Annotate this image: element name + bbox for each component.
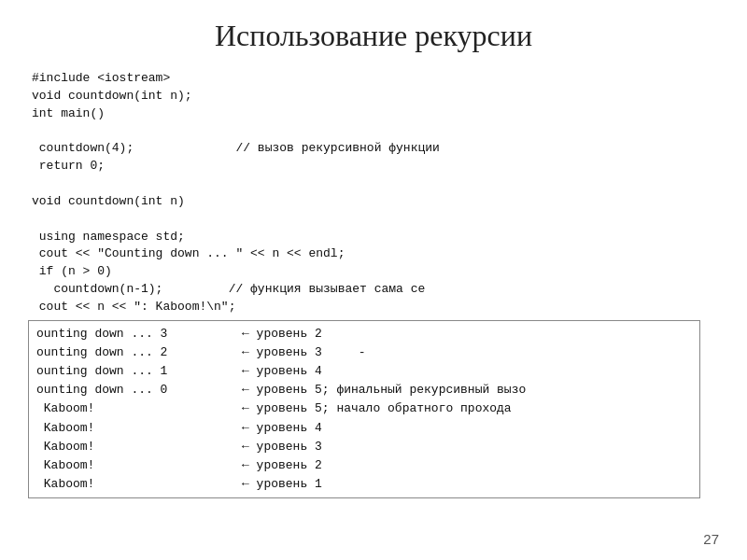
- output-row-8: Kaboom! ← уровень 1: [29, 475, 699, 494]
- output-row-5: Kaboom! ← уровень 4: [29, 419, 699, 438]
- output-col1-4: Kaboom!: [36, 399, 242, 418]
- output-table: ounting down ... 3 ← уровень 2 ounting d…: [28, 320, 700, 498]
- output-row-3: ounting down ... 0 ← уровень 5; финальны…: [29, 381, 699, 399]
- output-col2-6: ← уровень 3: [242, 438, 322, 456]
- output-col2-2: ← уровень 4: [242, 362, 322, 381]
- output-col1-7: Kaboom!: [36, 456, 242, 475]
- code-line-4: countdown(4); // вызов рекурсивной функц…: [32, 140, 719, 158]
- output-row-0: ounting down ... 3 ← уровень 2: [29, 325, 699, 343]
- code-line-2: int main(): [32, 105, 719, 123]
- output-col2-7: ← уровень 2: [242, 456, 322, 475]
- output-col1-0: ounting down ... 3: [36, 325, 242, 343]
- output-col2-8: ← уровень 1: [242, 475, 322, 494]
- code-block: #include <iostream> void countdown(int n…: [28, 70, 719, 316]
- output-col1-2: ounting down ... 1: [36, 362, 242, 381]
- code-line-3: [32, 123, 719, 141]
- output-col2-4: ← уровень 5; начало обратного прохода: [242, 399, 512, 418]
- code-line-5: return 0;: [32, 158, 719, 175]
- code-line-10: cout << "Counting down ... " << n << end…: [32, 245, 719, 263]
- code-line-1: void countdown(int n);: [32, 88, 719, 105]
- output-row-2: ounting down ... 1 ← уровень 4: [29, 362, 699, 381]
- code-line-13: cout << n << ": Kaboom!\n";: [32, 299, 719, 316]
- code-line-11: if (n > 0): [32, 263, 719, 281]
- output-row-6: Kaboom! ← уровень 3: [29, 438, 699, 456]
- output-row-4: Kaboom! ← уровень 5; начало обратного пр…: [29, 399, 699, 418]
- page-number: 27: [703, 531, 719, 547]
- code-line-7: void countdown(int n): [32, 193, 719, 211]
- code-line-8: [32, 211, 719, 229]
- output-col2-0: ← уровень 2: [242, 325, 322, 343]
- output-col1-8: Kaboom!: [36, 475, 242, 494]
- code-line-12: countdown(n-1); // функция вызывает сама…: [32, 281, 719, 299]
- output-col1-3: ounting down ... 0: [36, 381, 242, 399]
- output-row-1: ounting down ... 2 ← уровень 3 -: [29, 343, 699, 362]
- output-col2-5: ← уровень 4: [242, 419, 322, 438]
- code-line-9: using namespace std;: [32, 229, 719, 246]
- slide: Использование рекурсии #include <iostrea…: [0, 0, 747, 560]
- output-col2-1: ← уровень 3 -: [242, 343, 366, 362]
- slide-title: Использование рекурсии: [28, 19, 719, 53]
- output-col1-6: Kaboom!: [36, 438, 242, 456]
- output-row-7: Kaboom! ← уровень 2: [29, 456, 699, 475]
- code-line-6: [32, 175, 719, 193]
- output-col1-1: ounting down ... 2: [36, 343, 242, 362]
- output-col2-3: ← уровень 5; финальный рекурсивный вызо: [242, 381, 526, 399]
- code-line-0: #include <iostream>: [32, 70, 719, 88]
- output-col1-5: Kaboom!: [36, 419, 242, 438]
